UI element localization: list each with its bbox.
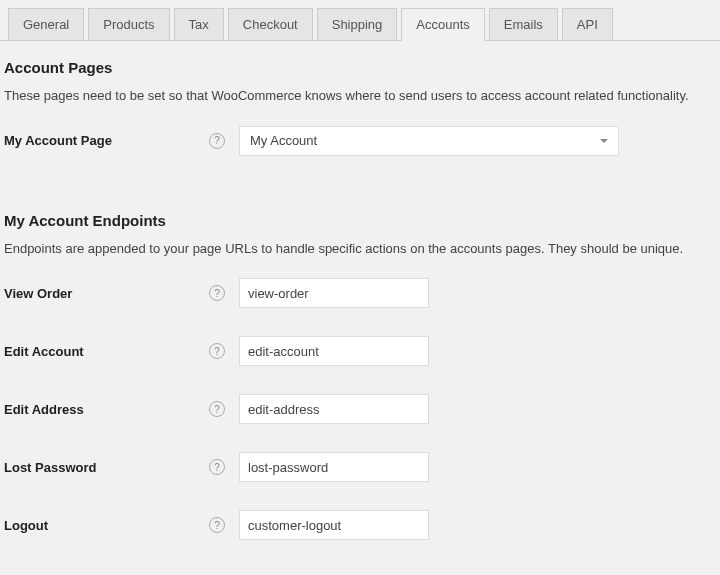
my-account-page-label: My Account Page <box>4 133 112 148</box>
tab-checkout[interactable]: Checkout <box>228 8 313 40</box>
tab-emails[interactable]: Emails <box>489 8 558 40</box>
edit-address-input[interactable] <box>239 394 429 424</box>
edit-address-label: Edit Address <box>4 402 84 417</box>
help-icon[interactable]: ? <box>209 517 225 533</box>
help-icon[interactable]: ? <box>209 133 225 149</box>
tab-products[interactable]: Products <box>88 8 169 40</box>
edit-account-row: Edit Account ? <box>4 336 716 366</box>
logout-row: Logout ? <box>4 510 716 540</box>
my-account-page-select-value: My Account <box>250 133 317 148</box>
logout-input[interactable] <box>239 510 429 540</box>
view-order-label: View Order <box>4 286 72 301</box>
tab-api[interactable]: API <box>562 8 613 40</box>
account-pages-heading: Account Pages <box>4 59 716 76</box>
view-order-input[interactable] <box>239 278 429 308</box>
my-account-page-select[interactable]: My Account <box>239 126 619 156</box>
edit-account-input[interactable] <box>239 336 429 366</box>
lost-password-row: Lost Password ? <box>4 452 716 482</box>
tab-tax[interactable]: Tax <box>174 8 224 40</box>
help-icon[interactable]: ? <box>209 343 225 359</box>
edit-address-row: Edit Address ? <box>4 394 716 424</box>
tab-general[interactable]: General <box>8 8 84 40</box>
chevron-down-icon <box>600 139 608 143</box>
edit-account-label: Edit Account <box>4 344 84 359</box>
tab-shipping[interactable]: Shipping <box>317 8 398 40</box>
view-order-row: View Order ? <box>4 278 716 308</box>
lost-password-label: Lost Password <box>4 460 96 475</box>
settings-tabs: General Products Tax Checkout Shipping A… <box>0 0 720 41</box>
help-icon[interactable]: ? <box>209 401 225 417</box>
endpoints-desc: Endpoints are appended to your page URLs… <box>4 239 716 259</box>
tab-accounts[interactable]: Accounts <box>401 8 484 41</box>
endpoints-heading: My Account Endpoints <box>4 212 716 229</box>
my-account-page-row: My Account Page ? My Account <box>4 126 716 156</box>
help-icon[interactable]: ? <box>209 285 225 301</box>
account-pages-desc: These pages need to be set so that WooCo… <box>4 86 716 106</box>
help-icon[interactable]: ? <box>209 459 225 475</box>
lost-password-input[interactable] <box>239 452 429 482</box>
logout-label: Logout <box>4 518 48 533</box>
